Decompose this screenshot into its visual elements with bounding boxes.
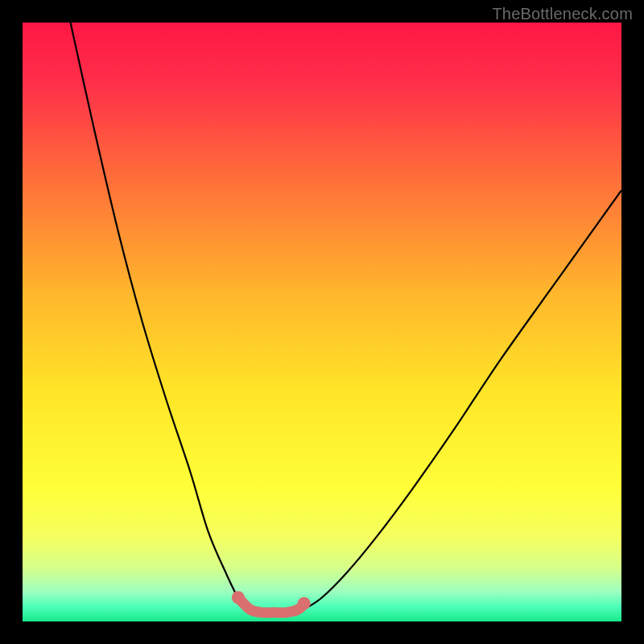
valley-end-dot (232, 591, 245, 604)
plot-area (23, 23, 621, 621)
chart-stage: TheBottleneck.com (0, 0, 644, 644)
right-branch-curve (304, 190, 621, 609)
chart-curves (23, 23, 621, 621)
valley-highlight-curve (238, 597, 304, 613)
left-branch-curve (71, 23, 250, 609)
valley-end-dot (298, 597, 311, 610)
attribution-label: TheBottleneck.com (492, 5, 633, 23)
